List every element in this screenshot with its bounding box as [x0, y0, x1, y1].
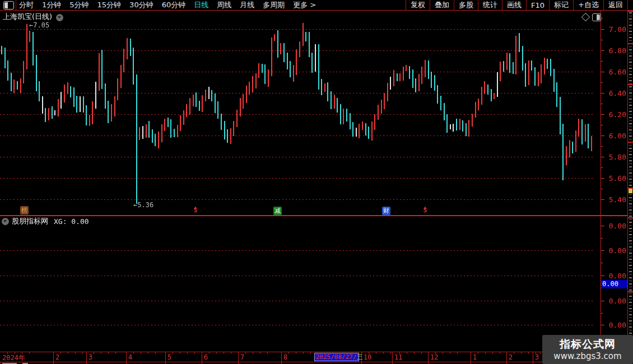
strip-divider — [628, 84, 633, 85]
highlighted-value-badge: 0.00 — [601, 280, 629, 288]
indicator-axis-label: 0.00 — [604, 222, 626, 230]
signal-marker-s[interactable]: ▲S — [422, 206, 428, 212]
price-axis-label: 6.00 — [604, 132, 626, 140]
period-tab-10[interactable]: 更多 > — [293, 0, 316, 10]
indicator-axis-label: 0.00 — [604, 321, 626, 329]
price-axis-label: 6.80 — [604, 46, 626, 55]
indicator-axis-label: 0.00 — [604, 272, 626, 280]
date-axis-label: 4 — [128, 353, 132, 361]
indicator-name: 股朋指标网 — [12, 216, 48, 226]
panel-separator[interactable] — [0, 215, 628, 216]
strip-divider — [628, 43, 633, 44]
date-axis-label: 3 — [535, 353, 539, 361]
period-tab-0[interactable]: 分时 — [19, 0, 34, 10]
strip-divider — [628, 291, 633, 292]
date-axis-label: 5 — [167, 353, 171, 361]
watermark-box: 指标公式网 www.zbgs3.com — [542, 335, 633, 364]
price-axis-label: 6.60 — [604, 68, 626, 76]
date-axis-label: 6 — [204, 353, 208, 361]
tool-button-2[interactable]: 多股 — [454, 0, 478, 10]
price-axis-label: 5.60 — [604, 174, 626, 183]
selected-date-badge[interactable]: 2025/08/27/三 — [314, 353, 359, 361]
price-axis-label: 5.40 — [604, 195, 626, 204]
chevron-down-icon[interactable] — [2, 218, 9, 225]
date-axis-label: 11 — [394, 353, 402, 361]
top-menu-bar: 分时1分钟5分钟15分钟30分钟60分钟日线周线月线多周期更多 > 复权叠加多股… — [0, 0, 633, 11]
date-axis-label: 2 — [55, 353, 59, 361]
period-tab-2[interactable]: 5分钟 — [69, 0, 89, 10]
watermark-title: 指标公式网 — [560, 337, 616, 351]
stock-title: 上海凯宝(日线) — [3, 12, 52, 22]
tool-button-7[interactable]: +自选 — [573, 0, 603, 10]
tool-button-5[interactable]: F10 — [526, 0, 549, 10]
tool-button-1[interactable]: 叠加 — [430, 0, 454, 10]
period-tab-9[interactable]: 多周期 — [263, 0, 285, 10]
signal-marker-s[interactable]: ▲S — [193, 206, 198, 212]
tool-button-0[interactable]: 复权 — [406, 0, 430, 10]
price-axis-label: 6.40 — [604, 89, 626, 97]
date-axis-label: 1 — [473, 353, 477, 361]
sidebar-glyphs — [629, 12, 632, 348]
tool-button-8[interactable]: 返回 — [603, 0, 628, 10]
period-tab-4[interactable]: 30分钟 — [129, 0, 153, 10]
tool-button-6[interactable]: 标记 — [549, 0, 573, 10]
period-tab-7[interactable]: 周线 — [217, 0, 231, 10]
period-tab-6[interactable]: 日线 — [194, 0, 208, 10]
indicator-panel-chart[interactable] — [0, 216, 628, 364]
price-axis-label: 6.20 — [604, 110, 626, 119]
trading-app-window: { "menu_bar": { "left_items": [ {"label"… — [0, 0, 633, 364]
strip-divider — [628, 217, 633, 218]
period-tab-5[interactable]: 60分钟 — [162, 0, 186, 10]
marker-榜[interactable]: 榜 — [20, 206, 29, 214]
period-tab-3[interactable]: 15分钟 — [97, 0, 122, 10]
date-axis-label: 3 — [89, 353, 92, 361]
tools-menu: 复权叠加多股统计画线F10标记+自选返回 — [406, 0, 628, 10]
watermark-url: www.zbgs3.com — [553, 351, 621, 362]
date-axis-label: 2024年 — [2, 353, 25, 363]
candlestick-chart[interactable] — [0, 11, 628, 216]
indicator-value: XG: 0.00 — [54, 217, 89, 226]
price-axis-label: 5.80 — [604, 153, 626, 161]
selected-weekday: 三 — [357, 353, 363, 361]
right-sidebar-strip[interactable] — [628, 0, 633, 364]
date-axis-label: 8 — [283, 353, 287, 361]
price-axis-line — [601, 11, 601, 364]
chevron-down-icon[interactable] — [56, 14, 63, 21]
right-strip-border — [627, 0, 628, 364]
period-menu: 分时1分钟5分钟15分钟30分钟60分钟日线周线月线多周期更多 > — [19, 0, 324, 10]
tool-button-4[interactable]: 画线 — [502, 0, 526, 10]
indicator-header: 股朋指标网 XG: 0.00 — [2, 217, 89, 225]
marker-财[interactable]: 财 — [382, 207, 390, 215]
date-axis-label: 7 — [240, 353, 244, 361]
marker-减[interactable]: 减 — [273, 207, 282, 215]
price-axis-label: 7.00 — [604, 25, 626, 34]
tool-button-3[interactable]: 统计 — [478, 0, 502, 10]
panel-layout-icon[interactable] — [592, 13, 601, 21]
strip-divider — [628, 11, 633, 12]
period-tab-8[interactable]: 月线 — [240, 0, 254, 10]
low-price-annotation: ←5.36 — [133, 201, 153, 209]
indicator-axis-label: 0.00 — [604, 246, 626, 255]
indicator-axis-label: 0.00 — [604, 297, 626, 305]
date-axis-label: 12 — [430, 353, 438, 361]
date-axis-label: 2 — [509, 353, 513, 361]
strip-divider — [628, 142, 633, 143]
menu-divider — [16, 0, 16, 10]
period-tab-1[interactable]: 1分钟 — [42, 0, 61, 10]
selected-date: 2025/08/27/ — [316, 353, 357, 361]
high-price-annotation: ←7.05 — [29, 21, 49, 29]
layout-toggle-icon[interactable] — [3, 1, 14, 10]
date-axis-label: 10 — [364, 353, 371, 361]
sidebar-accent — [629, 189, 632, 193]
